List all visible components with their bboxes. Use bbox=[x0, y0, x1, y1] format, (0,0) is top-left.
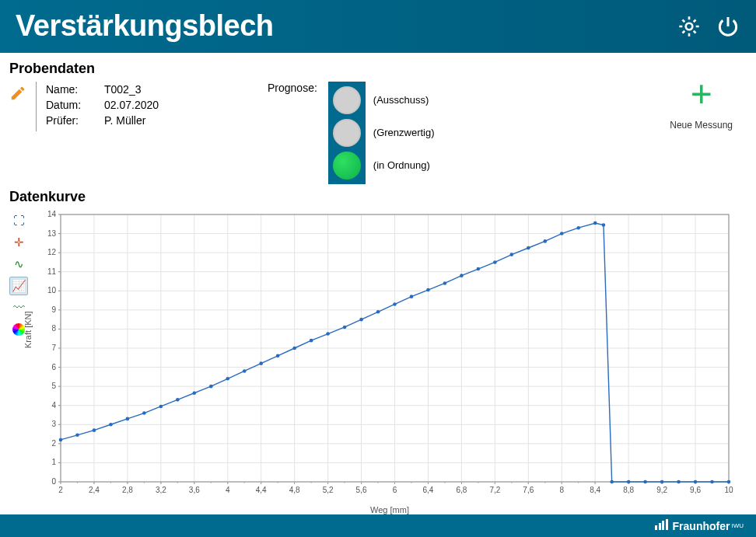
svg-text:3,6: 3,6 bbox=[189, 486, 200, 494]
svg-point-173 bbox=[426, 288, 430, 291]
svg-point-154 bbox=[109, 423, 113, 427]
svg-text:10: 10 bbox=[47, 286, 57, 295]
svg-text:6,8: 6,8 bbox=[456, 486, 467, 494]
pruefer-value: P. Müller bbox=[104, 113, 213, 128]
chart-toolbar: ⛶✛∿📈〰 bbox=[9, 210, 33, 514]
svg-point-174 bbox=[443, 281, 447, 285]
svg-point-184 bbox=[602, 223, 606, 227]
svg-point-175 bbox=[460, 274, 464, 277]
svg-point-158 bbox=[176, 398, 180, 402]
app-footer: Fraunhofer IWU bbox=[0, 514, 756, 537]
svg-text:11: 11 bbox=[47, 267, 57, 275]
probendaten-title: Probendaten bbox=[9, 61, 747, 77]
edit-icon[interactable] bbox=[9, 85, 26, 102]
svg-point-163 bbox=[259, 361, 263, 365]
label-ausschuss: (Ausschuss) bbox=[373, 86, 435, 114]
svg-point-187 bbox=[643, 479, 647, 483]
prognose-block: Prognose: (Ausschuss) (Grenzwertig) (in … bbox=[268, 82, 435, 184]
svg-text:7,6: 7,6 bbox=[523, 486, 534, 494]
svg-point-191 bbox=[710, 479, 714, 483]
header-actions bbox=[677, 14, 740, 39]
light-in-ordnung bbox=[333, 152, 361, 180]
svg-point-156 bbox=[142, 411, 146, 415]
svg-point-166 bbox=[310, 338, 313, 342]
svg-point-168 bbox=[343, 325, 347, 329]
svg-text:8,8: 8,8 bbox=[623, 486, 634, 494]
footer-brand: Fraunhofer bbox=[673, 520, 730, 532]
svg-text:2,8: 2,8 bbox=[122, 486, 133, 494]
svg-text:3,2: 3,2 bbox=[156, 486, 166, 494]
svg-text:7,2: 7,2 bbox=[489, 486, 500, 494]
svg-point-155 bbox=[126, 417, 130, 420]
signal-icon[interactable]: ∿ bbox=[9, 255, 28, 274]
page-title: Verstärkungsblech bbox=[16, 9, 274, 43]
gear-icon[interactable] bbox=[677, 14, 702, 39]
svg-point-190 bbox=[694, 479, 698, 483]
svg-point-157 bbox=[159, 404, 163, 408]
svg-text:6: 6 bbox=[51, 362, 56, 371]
svg-point-167 bbox=[326, 332, 330, 336]
svg-text:7: 7 bbox=[51, 343, 56, 352]
svg-point-165 bbox=[292, 346, 296, 350]
svg-point-159 bbox=[193, 391, 197, 395]
svg-point-169 bbox=[359, 317, 363, 321]
power-icon[interactable] bbox=[716, 14, 740, 39]
datum-value: 02.07.2020 bbox=[104, 97, 213, 113]
chart-xlabel: Weg [mm] bbox=[33, 505, 747, 514]
svg-text:5,6: 5,6 bbox=[356, 486, 367, 494]
svg-point-172 bbox=[410, 295, 414, 298]
svg-text:4: 4 bbox=[226, 486, 230, 494]
svg-point-176 bbox=[477, 267, 481, 270]
datenkurve-section: Datenkurve ⛶✛∿📈〰 Kraft [KN] 012345678910… bbox=[9, 189, 747, 514]
crosshair-icon[interactable]: ✛ bbox=[9, 233, 28, 252]
logo-bars-icon bbox=[655, 519, 668, 530]
svg-point-178 bbox=[510, 253, 514, 256]
svg-point-181 bbox=[560, 232, 564, 235]
svg-text:8: 8 bbox=[559, 486, 564, 494]
svg-text:6: 6 bbox=[393, 486, 397, 494]
zoom-fit-icon[interactable]: ⛶ bbox=[9, 211, 28, 230]
svg-text:12: 12 bbox=[47, 248, 57, 256]
svg-text:4,4: 4,4 bbox=[256, 486, 267, 494]
svg-point-185 bbox=[610, 479, 614, 483]
svg-text:0: 0 bbox=[51, 477, 56, 486]
svg-text:9,6: 9,6 bbox=[690, 486, 701, 494]
datum-label: Datum: bbox=[46, 97, 104, 113]
line-chart-icon[interactable]: 📈 bbox=[9, 277, 28, 295]
svg-text:14: 14 bbox=[47, 210, 57, 218]
svg-point-152 bbox=[75, 433, 79, 437]
name-label: Name: bbox=[46, 82, 104, 97]
svg-point-151 bbox=[59, 438, 63, 441]
svg-text:1: 1 bbox=[51, 458, 56, 466]
svg-point-180 bbox=[543, 239, 547, 243]
name-value: T002_3 bbox=[104, 82, 213, 97]
probe-data-grid: Name: T002_3 Datum: 02.07.2020 Prüfer: P… bbox=[36, 82, 213, 132]
svg-point-192 bbox=[727, 479, 731, 483]
svg-point-186 bbox=[627, 479, 631, 483]
app-header: Verstärkungsblech bbox=[0, 0, 756, 53]
svg-text:3: 3 bbox=[51, 420, 56, 428]
svg-text:8,4: 8,4 bbox=[590, 486, 600, 494]
svg-point-189 bbox=[677, 479, 681, 483]
footer-unit: IWU bbox=[731, 522, 744, 532]
fraunhofer-logo: Fraunhofer IWU bbox=[655, 519, 744, 532]
svg-text:4: 4 bbox=[51, 400, 56, 409]
plus-icon: + bbox=[670, 78, 733, 110]
svg-text:10: 10 bbox=[724, 486, 733, 494]
svg-text:5,2: 5,2 bbox=[323, 486, 334, 494]
svg-point-164 bbox=[276, 354, 280, 357]
svg-point-177 bbox=[493, 260, 497, 264]
new-measurement-button[interactable]: + Neue Messung bbox=[670, 78, 733, 131]
svg-text:8: 8 bbox=[51, 324, 56, 333]
traffic-light-labels: (Ausschuss) (Grenzwertig) (in Ordnung) bbox=[366, 82, 435, 184]
svg-text:2: 2 bbox=[58, 486, 63, 494]
svg-point-161 bbox=[226, 377, 229, 381]
chart-canvas[interactable]: 0123456789101112131422,42,83,23,644,44,8… bbox=[33, 210, 737, 504]
traffic-light bbox=[328, 82, 366, 184]
svg-point-182 bbox=[576, 225, 580, 229]
svg-point-171 bbox=[393, 302, 397, 306]
svg-point-0 bbox=[686, 23, 693, 30]
svg-text:13: 13 bbox=[47, 228, 57, 237]
svg-point-160 bbox=[209, 384, 213, 388]
probendaten-row: Name: T002_3 Datum: 02.07.2020 Prüfer: P… bbox=[9, 82, 747, 184]
